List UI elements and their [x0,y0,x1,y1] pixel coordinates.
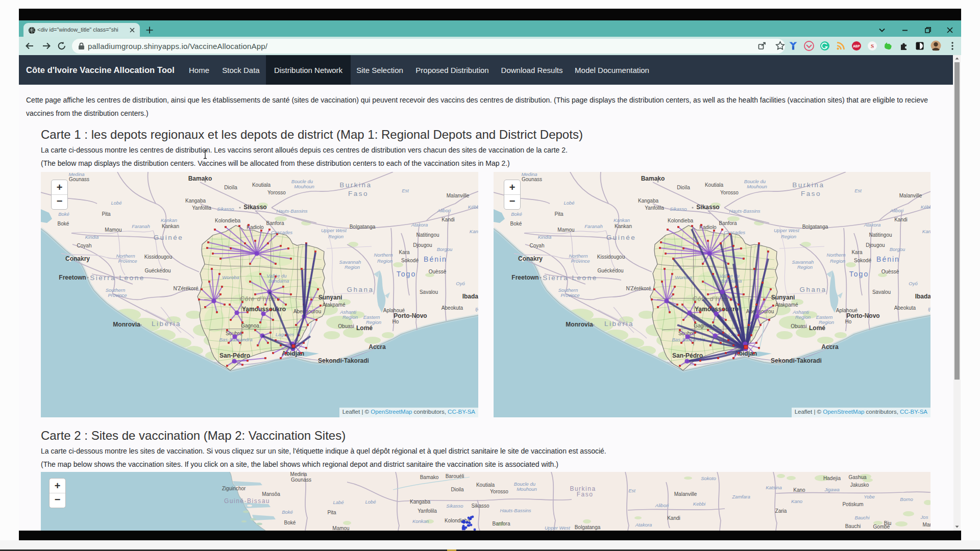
svg-text:Atakora: Atakora [635,522,652,528]
svg-text:Hauts-Bassins: Hauts-Bassins [500,508,531,513]
svg-text:Bauchi: Bauchi [845,523,861,529]
svg-text:Est: Est [628,488,635,493]
svg-text:Medina: Medina [290,472,307,477]
svg-text:Gashua: Gashua [848,474,866,480]
svg-text:Jos: Jos [920,514,928,520]
svg-text:Kebbi: Kebbi [693,501,706,507]
svg-text:Sokoto: Sokoto [701,475,716,481]
svg-text:ABP: ABP [853,44,860,48]
svg-text:Bauchi: Bauchi [854,515,870,520]
svg-text:Alibori: Alibori [655,503,669,508]
svg-text:Guiné-Bissau: Guiné-Bissau [224,497,270,505]
svg-text:Mouhoun: Mouhoun [517,486,537,492]
svg-text:Ziguinchor: Ziguinchor [222,486,246,491]
svg-text:Barouéli: Barouéli [446,473,464,479]
svg-text:Pita: Pita [327,510,336,515]
svg-text:Boké: Boké [282,509,293,515]
svg-text:Banfora: Banfora [492,521,510,527]
svg-text:Sikasso: Sikasso [471,503,489,509]
svg-text:Katsina: Katsina [766,485,782,490]
svg-text:Faso: Faso [577,491,594,498]
svg-text:Upper West: Upper West [545,525,570,531]
svg-text:S: S [871,43,874,49]
svg-text:Kano: Kano [793,487,805,493]
svg-text:Zamfara: Zamfara [731,494,750,499]
svg-text:Gounass: Gounass [291,477,311,483]
svg-text:Konkan: Konkan [412,518,429,524]
svg-text:Borno: Borno [900,496,913,502]
svg-text:Kangaba: Kangaba [410,499,430,505]
svg-text:Koutiala: Koutiala [476,482,495,488]
svg-text:Lobé: Lobé [365,499,376,505]
svg-text:Yanfolila: Yanfolila [418,508,437,514]
svg-text:Mar: Mar [922,522,930,528]
svg-text:Hadejia: Hadejia [823,475,841,481]
svg-text:Jigawa: Jigawa [824,487,840,492]
svg-text:Yobe: Yobe [864,494,875,499]
svg-text:Dioila: Dioila [451,487,463,492]
svg-text:Gombé: Gombé [873,524,890,530]
svg-text:Bolgatanga: Bolgatanga [575,524,601,530]
svg-text:Kano: Kano [791,498,802,504]
svg-text:Potiskum: Potiskum [842,502,863,507]
svg-text:Boké: Boké [284,520,296,525]
svg-text:Jakusko: Jakusko [850,482,869,488]
svg-text:Kandi: Kandi [667,515,680,521]
svg-text:Malanville: Malanville [674,491,697,497]
svg-text:Bamako: Bamako [420,474,439,480]
svg-text:Mamou: Mamou [332,525,349,531]
svg-text:Zaria: Zaria [775,508,787,514]
svg-text:Yorosso: Yorosso [490,489,508,494]
svg-text:Sikasso: Sikasso [446,503,463,509]
svg-text:Mansôa: Mansôa [262,491,280,497]
svg-text:Labé: Labé [333,499,344,505]
